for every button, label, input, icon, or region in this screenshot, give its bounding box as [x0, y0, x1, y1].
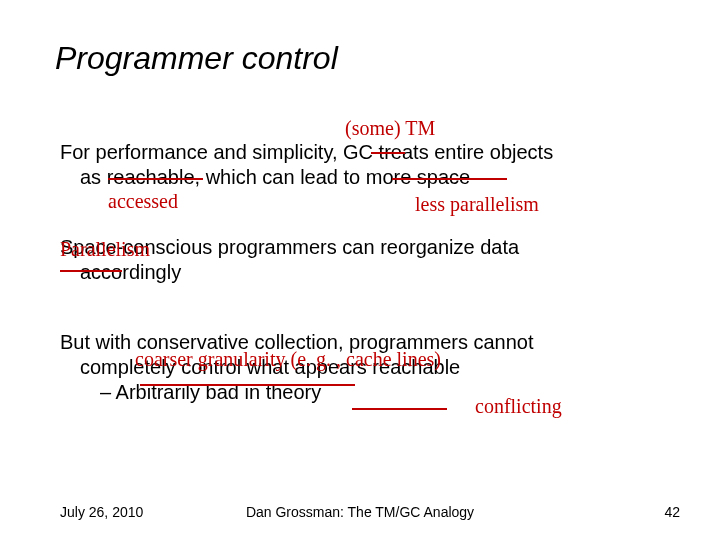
annotation-coarser: coarser granularity (e. g. , cache lines… [135, 348, 441, 371]
slide-title: Programmer control [55, 40, 338, 77]
strike-conservative [140, 384, 355, 386]
paragraph-1: For performance and simplicity, GC treat… [60, 140, 670, 190]
strike-space [60, 270, 122, 272]
annotation-parallelism: Parallelism [60, 238, 150, 261]
strike-gc [371, 152, 405, 154]
paragraph-2: Space-conscious programmers can reorgani… [60, 235, 670, 285]
strike-reachable-1 [108, 178, 203, 180]
p1-line2: as reachable, which can lead to more spa… [80, 166, 470, 188]
footer-page: 42 [664, 504, 680, 520]
annotation-less-parallelism: less parallelism [415, 193, 539, 216]
p2-line2: accordingly [80, 261, 181, 283]
annotation-conflicting: conflicting [475, 395, 562, 418]
annotation-some-tm: (some) TM [345, 117, 435, 140]
strike-reachable-2 [352, 408, 447, 410]
footer-center: Dan Grossman: The TM/GC Analogy [0, 504, 720, 520]
slide: Programmer control For performance and s… [0, 0, 720, 540]
annotation-accessed: accessed [108, 190, 178, 213]
strike-more-space [392, 178, 507, 180]
slide-body: For performance and simplicity, GC treat… [60, 140, 670, 425]
p1-line1: For performance and simplicity, GC treat… [60, 141, 553, 163]
